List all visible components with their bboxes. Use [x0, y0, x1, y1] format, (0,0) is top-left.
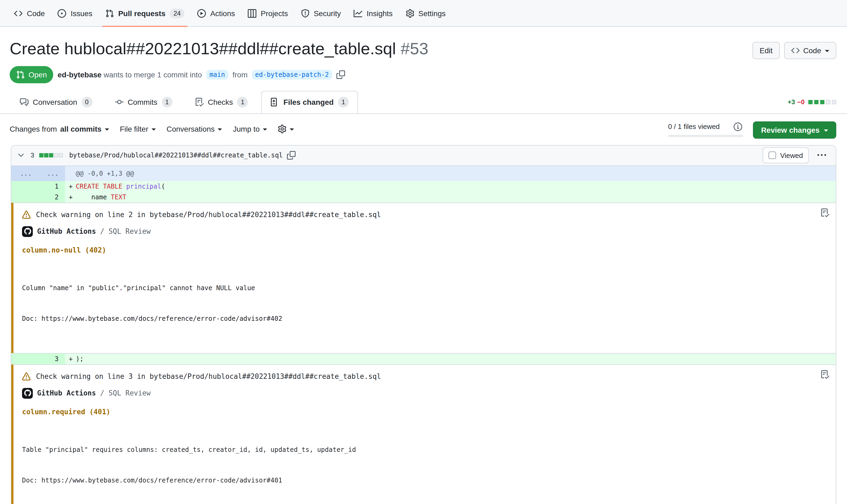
jump-to-dropdown[interactable]: Jump to	[233, 125, 267, 133]
hunk-new-gutter[interactable]: ...	[38, 166, 65, 181]
from-word: from	[232, 70, 248, 79]
diffstat-block-filled	[39, 154, 43, 158]
nav-item-projects[interactable]: Projects	[241, 0, 294, 26]
nav-item-insights[interactable]: Insights	[347, 0, 399, 26]
caret-down-icon	[290, 128, 294, 130]
jump-to-label: Jump to	[233, 125, 260, 133]
issue-opened-icon	[58, 9, 66, 17]
nav-item-pull-requests[interactable]: Pull requests 24	[99, 0, 191, 26]
tab-files-changed[interactable]: Files changed 1	[262, 91, 358, 113]
copy-icon	[337, 70, 345, 79]
nav-item-code[interactable]: Code	[7, 0, 51, 26]
pr-author[interactable]: ed-bytebase	[58, 70, 102, 79]
new-line-number[interactable]: 2	[38, 192, 65, 202]
diff-line-3: 3 +);	[11, 353, 836, 364]
code-dropdown-button[interactable]: Code	[784, 42, 836, 59]
github-mark-icon	[24, 228, 31, 235]
review-changes-button[interactable]: Review changes	[753, 122, 836, 139]
git-pull-request-icon	[105, 9, 114, 17]
file-path[interactable]: bytebase/Prod/hublocal##20221013##ddl##c…	[69, 152, 283, 159]
tab-label: Conversation	[33, 98, 77, 106]
nav-label: Issues	[71, 9, 92, 17]
diffstat-additions: +3	[788, 98, 795, 106]
tab-checks[interactable]: Checks 1	[186, 91, 257, 113]
pull-requests-count-badge: 24	[170, 8, 185, 18]
file-filter-dropdown[interactable]: File filter	[120, 125, 156, 133]
annotation-checklist-icon[interactable]	[821, 370, 829, 379]
pr-tabs-row: Conversation 0 Commits 1 Checks 1 Files …	[0, 91, 847, 114]
collapse-file-button[interactable]	[17, 151, 25, 160]
annotation-app[interactable]: GitHub Actions	[37, 227, 96, 235]
diffstat-block-filled	[808, 100, 813, 104]
annotation-app[interactable]: GitHub Actions	[37, 389, 96, 397]
new-line-number[interactable]: 3	[38, 354, 65, 364]
status-badge-label: Open	[29, 70, 47, 79]
nav-item-issues[interactable]: Issues	[51, 0, 99, 26]
file-diffstat-blocks	[38, 154, 62, 158]
file-diff-icon	[271, 98, 279, 106]
code-line[interactable]: +CREATE TABLE principal(	[65, 181, 836, 192]
tab-count: 1	[237, 97, 248, 107]
changes-from-dropdown[interactable]: Changes from all commits	[10, 125, 109, 133]
copy-file-path-button[interactable]	[287, 151, 295, 160]
viewed-label: Viewed	[780, 151, 803, 160]
old-line-number[interactable]	[11, 354, 38, 364]
annotation-doc-line: Doc: https://www.bytebase.com/docs/refer…	[22, 314, 827, 324]
tab-conversation[interactable]: Conversation 0	[11, 91, 101, 113]
conversations-dropdown[interactable]: Conversations	[167, 125, 222, 133]
files-viewed-progress-bar	[668, 135, 743, 137]
base-branch-label[interactable]: main	[206, 70, 228, 79]
hunk-old-gutter[interactable]: ...	[11, 166, 38, 181]
caret-down-icon	[824, 129, 828, 132]
hunk-header-text: @@ -0,0 +1,3 @@	[65, 166, 836, 181]
check-annotation-warning-2: Check warning on line 3 in bytebase/Prod…	[11, 364, 836, 504]
file-filter-label: File filter	[120, 125, 148, 133]
tab-count: 1	[338, 97, 349, 107]
pr-status-row: Open ed-bytebase wants to merge 1 commit…	[0, 60, 847, 83]
pr-header: Create hublocal##20221013##ddl##create_t…	[0, 27, 847, 60]
copy-icon	[287, 151, 295, 160]
pr-number: #53	[401, 39, 428, 58]
alert-icon	[22, 372, 31, 381]
file-options-button[interactable]	[813, 151, 830, 160]
caret-down-icon	[151, 128, 156, 130]
info-icon-glyph	[734, 123, 742, 131]
shield-icon	[301, 9, 309, 17]
gear-icon	[406, 9, 414, 17]
git-commit-icon	[115, 98, 123, 106]
merge-sentence: wants to merge 1 commit into	[104, 70, 202, 79]
tab-label: Checks	[208, 98, 233, 106]
copy-branch-button[interactable]	[337, 70, 345, 79]
annotation-message: Table "principal" requires columns: crea…	[22, 425, 827, 504]
tab-commits[interactable]: Commits 1	[106, 91, 181, 113]
annotation-message-line: Table "principal" requires columns: crea…	[22, 445, 827, 455]
old-line-number[interactable]	[11, 192, 38, 202]
project-icon	[248, 9, 256, 17]
nav-item-actions[interactable]: Actions	[191, 0, 241, 26]
viewed-checkbox[interactable]	[768, 152, 776, 159]
annotation-context: / SQL Review	[100, 389, 151, 397]
new-line-number[interactable]: 1	[38, 181, 65, 192]
github-mark-icon	[24, 390, 31, 397]
caret-down-icon	[218, 128, 222, 130]
code-line[interactable]: +);	[65, 354, 836, 364]
diffstat-block-filled	[820, 100, 825, 104]
nav-label: Security	[313, 9, 341, 17]
old-line-number[interactable]	[11, 181, 38, 192]
diff-marker: +	[65, 192, 76, 202]
diff-table: ... ... @@ -0,0 +1,3 @@ 1 +CREATE TABLE …	[11, 166, 836, 504]
code-line[interactable]: + name TEXT	[65, 192, 836, 202]
diff-settings-dropdown[interactable]	[278, 125, 294, 133]
nav-item-settings[interactable]: Settings	[399, 0, 452, 26]
nav-item-security[interactable]: Security	[294, 0, 347, 26]
info-icon[interactable]	[734, 123, 742, 131]
annotation-checklist-icon[interactable]	[821, 209, 829, 217]
gear-icon	[278, 125, 286, 133]
diffstat-deletions: −0	[797, 98, 805, 106]
github-pr-files-page: Code Issues Pull requests 24 Actions Pro…	[0, 0, 847, 504]
avatar	[22, 226, 33, 237]
edit-button[interactable]: Edit	[753, 42, 779, 59]
diffstat-block-empty	[58, 154, 62, 158]
viewed-toggle[interactable]: Viewed	[762, 147, 809, 164]
head-branch-label[interactable]: ed-bytebase-patch-2	[252, 70, 332, 79]
